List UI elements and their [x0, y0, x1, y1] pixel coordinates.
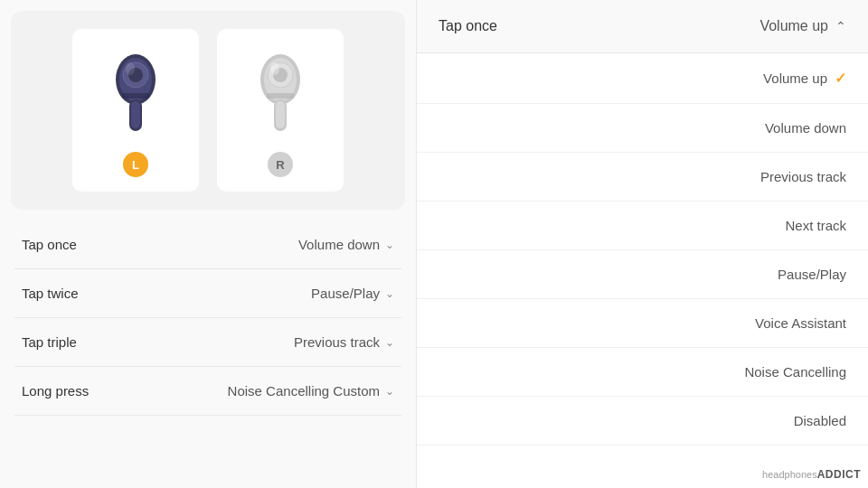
- option-pause-play[interactable]: Pause/Play: [417, 250, 868, 299]
- option-text-next-track: Next track: [785, 218, 846, 233]
- earbud-card-right[interactable]: R: [217, 29, 344, 192]
- earbud-image-left: [99, 43, 172, 143]
- setting-value-tap-triple: Previous track ⌄: [294, 334, 394, 350]
- option-text-noise-cancelling: Noise Cancelling: [744, 364, 846, 380]
- earbud-card-left[interactable]: L: [72, 29, 199, 192]
- option-next-track[interactable]: Next track: [417, 202, 868, 250]
- dropdown-header: Tap once Volume up ⌃: [417, 0, 868, 53]
- left-badge: L: [123, 152, 148, 177]
- right-panel: Tap once Volume up ⌃ Volume up ✓ Volume …: [416, 0, 868, 488]
- svg-rect-12: [267, 93, 294, 99]
- watermark-brand: ADDICT: [817, 468, 861, 481]
- chevron-down-icon-tap-twice: ⌄: [385, 287, 394, 300]
- option-disabled[interactable]: Disabled: [417, 397, 868, 446]
- dropdown-selected-value: Volume up: [760, 18, 828, 34]
- dropdown-header-value: Volume up ⌃: [760, 18, 846, 34]
- dropdown-options: Volume up ✓ Volume down Previous track N…: [417, 53, 868, 446]
- setting-label-tap-once: Tap once: [22, 237, 77, 252]
- option-noise-cancelling[interactable]: Noise Cancelling: [417, 348, 868, 397]
- svg-rect-14: [276, 101, 285, 128]
- setting-value-text-tap-twice: Pause/Play: [311, 286, 380, 301]
- setting-label-long-press: Long press: [22, 383, 89, 399]
- watermark: headphonesADDICT: [762, 468, 861, 481]
- svg-rect-6: [131, 101, 140, 128]
- right-badge: R: [268, 152, 293, 177]
- left-panel: L R: [0, 0, 416, 488]
- svg-point-7: [126, 62, 135, 75]
- setting-label-tap-triple: Tap triple: [22, 334, 77, 350]
- earbuds-section: L R: [11, 11, 405, 210]
- earbud-image-right: [244, 43, 316, 143]
- option-volume-up[interactable]: Volume up ✓: [417, 53, 868, 104]
- setting-value-tap-twice: Pause/Play ⌄: [311, 286, 394, 301]
- option-text-previous-track: Previous track: [760, 169, 846, 184]
- option-previous-track[interactable]: Previous track: [417, 153, 868, 202]
- setting-value-text-tap-once: Volume down: [298, 237, 380, 252]
- earbud-right-svg: [244, 43, 316, 143]
- dropdown-header-label: Tap once: [439, 18, 497, 34]
- setting-value-tap-once: Volume down ⌄: [298, 237, 394, 252]
- setting-row-tap-triple[interactable]: Tap triple Previous track ⌄: [14, 318, 401, 367]
- setting-value-text-tap-triple: Previous track: [294, 334, 380, 350]
- setting-row-tap-once[interactable]: Tap once Volume down ⌄: [14, 221, 401, 269]
- option-text-volume-up: Volume up: [763, 70, 827, 86]
- chevron-down-icon-tap-once: ⌄: [385, 239, 394, 251]
- svg-rect-4: [122, 93, 149, 99]
- check-icon-volume-up: ✓: [835, 70, 846, 87]
- chevron-up-icon: ⌃: [835, 19, 846, 33]
- option-text-volume-down: Volume down: [765, 120, 846, 136]
- chevron-down-icon-long-press: ⌄: [385, 385, 394, 398]
- option-voice-assistant[interactable]: Voice Assistant: [417, 299, 868, 348]
- option-volume-down[interactable]: Volume down: [417, 104, 868, 153]
- svg-point-15: [270, 62, 279, 75]
- setting-row-tap-twice[interactable]: Tap twice Pause/Play ⌄: [14, 269, 401, 318]
- chevron-down-icon-tap-triple: ⌄: [385, 336, 394, 349]
- watermark-prefix: headphones: [762, 469, 817, 480]
- setting-row-long-press[interactable]: Long press Noise Cancelling Custom ⌄: [14, 367, 401, 416]
- settings-list: Tap once Volume down ⌄ Tap twice Pause/P…: [0, 221, 416, 416]
- setting-value-long-press: Noise Cancelling Custom ⌄: [228, 383, 394, 399]
- setting-value-text-long-press: Noise Cancelling Custom: [228, 383, 380, 399]
- option-text-disabled: Disabled: [794, 413, 846, 428]
- earbud-left-svg: [99, 43, 172, 143]
- setting-label-tap-twice: Tap twice: [22, 286, 79, 301]
- option-text-voice-assistant: Voice Assistant: [755, 315, 846, 331]
- option-text-pause-play: Pause/Play: [778, 267, 846, 282]
